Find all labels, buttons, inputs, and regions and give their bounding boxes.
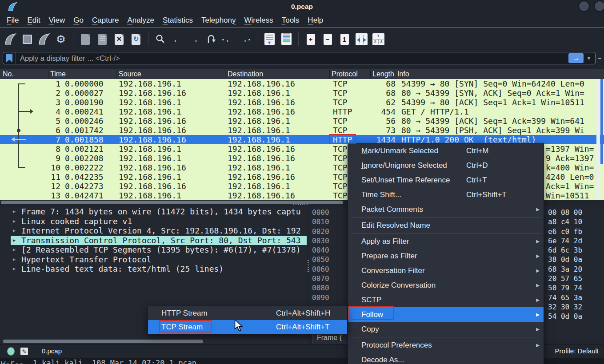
column-separator[interactable] <box>329 70 330 79</box>
display-filter-input[interactable]: Apply a display filter ... <Ctrl-/> → ▼ <box>3 52 596 64</box>
hex-bytes[interactable]: 54 0d 0a <box>548 312 582 321</box>
context-item-packet-comments[interactable]: Packet Comments▶ <box>348 202 544 217</box>
maximize-button[interactable] <box>594 0 604 12</box>
hex-bytes[interactable]: 32 30 32 <box>548 302 582 312</box>
details-hscrollbar[interactable] <box>1 339 309 344</box>
column-separator[interactable] <box>370 70 371 79</box>
status-profile-label[interactable]: Profile: Default <box>555 344 599 358</box>
apply-filter-button[interactable]: → <box>568 53 584 63</box>
menu-wireless[interactable]: Wireless <box>244 16 273 25</box>
go-forward-icon[interactable]: → <box>187 31 202 47</box>
context-item-ignore-unignore-selected[interactable]: Ignore/Unignore SelectedCtrl+D <box>348 158 544 173</box>
context-item-apply-as-filter[interactable]: Apply as Filter▶ <box>348 234 544 249</box>
packet-list-vscrollbar-thumb[interactable] <box>600 79 603 164</box>
submenu-item-http-stream[interactable]: HTTP StreamCtrl+Alt+Shift+H <box>148 306 347 320</box>
go-last-icon[interactable]: →· <box>237 31 252 47</box>
menu-file[interactable]: File <box>7 16 19 25</box>
open-file-icon[interactable] <box>78 31 93 47</box>
context-item-protocol-preferences[interactable]: Protocol Preferences▶ <box>348 338 544 352</box>
context-item-time-shift[interactable]: Time Shift...Ctrl+Shift+T <box>348 187 544 202</box>
column-header-source[interactable]: Source <box>119 69 141 79</box>
menu-analyze[interactable]: Analyze <box>127 16 154 25</box>
column-header-length[interactable]: Length <box>372 69 394 79</box>
context-item-copy[interactable]: Copy▶ <box>348 322 544 336</box>
filter-dropdown-caret-icon[interactable]: ▼ <box>586 55 592 61</box>
hex-bytes[interactable]: 6e 74 2d <box>548 236 582 245</box>
packet-list-minimap[interactable] <box>596 79 600 200</box>
go-first-icon[interactable]: ·← <box>220 31 236 47</box>
detail-line[interactable]: ▸Frame 7: 1434 bytes on wire (11472 bits… <box>0 207 307 217</box>
find-packet-icon[interactable] <box>153 31 168 47</box>
zoom-out-icon[interactable]: − <box>320 31 335 47</box>
column-header-time[interactable]: Time <box>50 69 66 79</box>
stop-capture-icon[interactable] <box>20 31 35 47</box>
menu-view[interactable]: View <box>49 16 65 25</box>
menu-help[interactable]: Help <box>308 16 323 25</box>
menu-tools[interactable]: Tools <box>282 16 300 25</box>
column-header-protocol[interactable]: Protocol <box>332 69 358 79</box>
column-header-info[interactable]: Info <box>397 69 409 79</box>
context-item-decode-as[interactable]: Decode As... <box>348 352 544 364</box>
packet-row-6[interactable]: 60.001742192.168.196.16192.168.196.1TCP7… <box>0 126 604 135</box>
start-capture-icon[interactable] <box>3 31 18 47</box>
context-item-edit-resolved-name[interactable]: Edit Resolved Name <box>348 218 544 233</box>
menu-capture[interactable]: Capture <box>92 16 119 25</box>
column-separator[interactable] <box>116 70 116 79</box>
hex-bytes[interactable]: e6 c0 fb <box>548 227 582 236</box>
column-separator[interactable] <box>48 70 48 79</box>
capture-comment-icon[interactable]: ✎ <box>20 348 28 355</box>
expand-arrow-icon[interactable]: ▸ <box>13 207 16 217</box>
packet-row-2[interactable]: 20.000027192.168.196.16192.168.196.1TCP6… <box>0 88 604 98</box>
packet-row-3[interactable]: 30.000190192.168.196.1192.168.196.16TCP6… <box>0 98 604 107</box>
hex-bytes[interactable]: 50 79 74 <box>548 283 582 293</box>
expand-arrow-icon[interactable]: ▸ <box>13 245 16 255</box>
hex-bytes[interactable]: 68 3a 20 <box>548 265 582 274</box>
layout-icon[interactable]: 123 <box>371 31 386 47</box>
hex-bytes[interactable]: a8 c4 10 <box>548 217 582 226</box>
minimize-button[interactable] <box>578 0 590 12</box>
column-separator[interactable] <box>225 70 225 79</box>
colorize-icon[interactable] <box>279 31 294 47</box>
hex-bytes[interactable]: 00 08 00 <box>548 208 582 217</box>
packet-row-5[interactable]: 50.000246192.168.196.16192.168.196.1TCP5… <box>0 116 604 126</box>
restart-capture-icon[interactable] <box>36 31 52 47</box>
hex-bytes[interactable]: 74 65 3a <box>548 293 582 302</box>
hex-bytes[interactable]: 6d 6c 3b <box>548 245 582 255</box>
context-item-prepare-as-filter[interactable]: Prepare as Filter▶ <box>348 249 544 263</box>
menu-go[interactable]: Go <box>73 16 84 25</box>
go-back-icon[interactable]: ← <box>170 31 185 47</box>
column-header-no[interactable]: No. <box>3 69 14 79</box>
menu-telephony[interactable]: Telephony <box>201 16 236 25</box>
expand-arrow-icon[interactable]: ▸ <box>13 255 16 265</box>
context-item-sctp[interactable]: SCTP▶ <box>348 293 544 307</box>
detail-line[interactable]: ▸Transmission Control Protocol, Src Port… <box>0 236 307 245</box>
reload-file-icon[interactable]: ↻ <box>128 31 144 47</box>
packet-row-4[interactable]: 40.000241192.168.196.1192.168.196.16HTTP… <box>0 107 604 116</box>
detail-line[interactable]: ▸Internet Protocol Version 4, Src: 192.1… <box>0 226 307 236</box>
packet-row-1[interactable]: 10.000000192.168.196.1192.168.196.16TCP6… <box>0 79 604 88</box>
expert-info-icon[interactable] <box>7 347 15 356</box>
column-separator[interactable] <box>395 70 395 79</box>
detail-line[interactable]: ▸Linux cooked capture v1 <box>0 217 307 226</box>
context-item-set-unset-time-reference[interactable]: Set/Unset Time ReferenceCtrl+T <box>348 173 544 187</box>
detail-line[interactable]: ▸Hypertext Transfer Protocol <box>0 255 307 265</box>
expand-arrow-icon[interactable]: ▸ <box>13 217 16 226</box>
resize-columns-icon[interactable] <box>354 31 369 47</box>
filter-bookmark-button[interactable] <box>3 52 16 64</box>
detail-line[interactable]: ▸Line-based text data: text/html (25 lin… <box>0 264 307 274</box>
auto-scroll-icon[interactable]: ▼ <box>262 31 277 47</box>
zoom-in-icon[interactable]: + <box>303 31 318 47</box>
hex-bytes[interactable]: 20 57 65 <box>548 274 582 283</box>
context-item-mark-unmark-selected[interactable]: Mark/Unmark SelectedCtrl+M <box>348 143 544 158</box>
zoom-original-icon[interactable]: 1 <box>337 31 352 47</box>
save-file-icon[interactable] <box>95 31 110 47</box>
pane-splitter-grip[interactable] <box>293 204 308 205</box>
context-item-conversation-filter[interactable]: Conversation Filter▶ <box>348 263 544 278</box>
menu-edit[interactable]: Edit <box>27 16 40 25</box>
detail-line[interactable]: ▸[2 Reassembled TCP Segments (1395 bytes… <box>0 245 307 255</box>
expand-arrow-icon[interactable]: ▸ <box>13 236 16 245</box>
go-to-packet-icon[interactable] <box>204 31 219 47</box>
column-header-destination[interactable]: Destination <box>228 69 263 79</box>
hex-bytes[interactable]: 38 0d 0a <box>548 255 582 264</box>
expand-arrow-icon[interactable]: ▸ <box>13 264 16 274</box>
